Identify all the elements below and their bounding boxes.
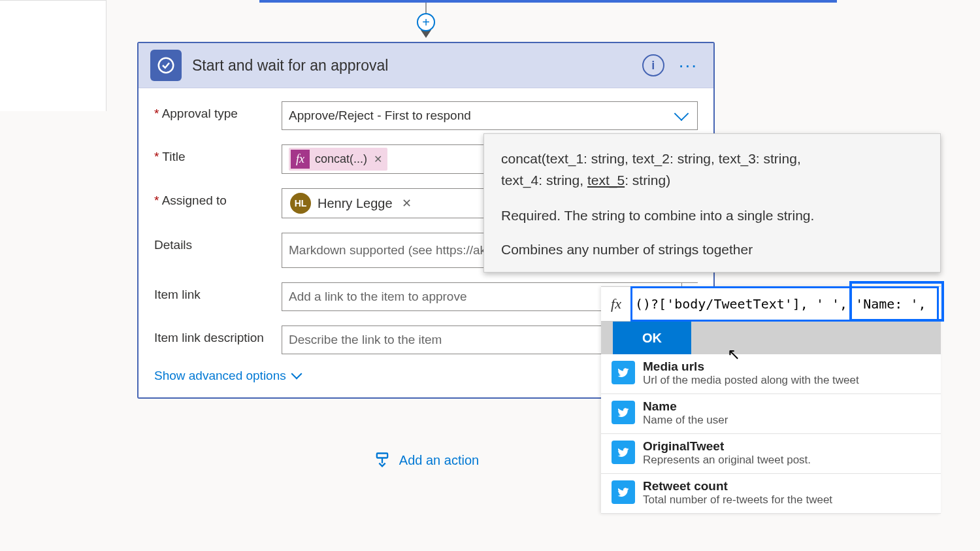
card-header[interactable]: Start and wait for an approval i ···: [139, 43, 713, 88]
assigned-to-label: Assigned to: [154, 188, 282, 208]
function-tooltip: concat(text_1: string, text_2: string, t…: [483, 133, 941, 273]
list-item-title: Media urls: [643, 359, 859, 374]
list-item[interactable]: NameName of the user: [601, 394, 941, 434]
details-label: Details: [154, 233, 282, 252]
insert-step-button[interactable]: +: [417, 13, 435, 31]
list-item[interactable]: Retweet countTotal number of re-tweets f…: [601, 474, 941, 514]
flow-connector: +: [122, 3, 730, 42]
assigned-user-chip: HL Henry Legge ✕: [289, 192, 419, 215]
tooltip-sig-line2a: text_4: string,: [501, 173, 587, 188]
ok-row: OK: [601, 322, 941, 354]
approval-type-label: Approval type: [154, 101, 282, 121]
tooltip-active-param: text_5: [587, 173, 625, 188]
approval-icon: [150, 50, 182, 81]
assigned-user-name: Henry Legge: [318, 196, 393, 211]
expression-input[interactable]: [631, 287, 938, 321]
approval-type-select[interactable]: Approve/Reject - First to respond: [282, 101, 698, 130]
tooltip-sig-line1: concat(text_1: string, text_2: string, t…: [501, 151, 801, 166]
info-icon[interactable]: i: [642, 54, 664, 76]
approval-type-value: Approve/Reject - First to respond: [289, 109, 471, 123]
list-item-desc: Name of the user: [643, 414, 728, 427]
tooltip-desc: Combines any number of strings together: [501, 242, 923, 258]
remove-user-icon[interactable]: ✕: [399, 196, 414, 210]
card-menu-button[interactable]: ···: [675, 55, 702, 76]
list-item-title: Retweet count: [643, 479, 832, 493]
list-item-desc: Total number of re-tweets for the tweet: [643, 493, 832, 507]
list-item-title: Name: [643, 399, 728, 414]
svg-rect-1: [377, 454, 387, 458]
list-item-title: OriginalTweet: [643, 439, 811, 454]
remove-chip-icon[interactable]: ✕: [372, 153, 384, 165]
twitter-icon: [612, 401, 635, 424]
details-placeholder: Markdown supported (see https://aka.: [289, 243, 497, 258]
item-link-placeholder: Add a link to the item to approve: [289, 290, 467, 304]
title-label: Title: [154, 144, 282, 164]
tooltip-sig-line2c: : string): [625, 173, 670, 188]
ok-button[interactable]: OK: [613, 322, 691, 354]
left-panel-edge: [0, 0, 106, 111]
twitter-icon: [612, 441, 635, 464]
list-item-desc: Url of the media posted along with the t…: [643, 374, 859, 387]
list-item-desc: Represents an original tweet post.: [643, 454, 811, 467]
expression-input-row: fx: [601, 286, 941, 322]
expression-chip-label: concat(...): [315, 152, 367, 166]
svg-point-0: [159, 58, 174, 73]
add-action-icon: [373, 451, 391, 469]
list-item[interactable]: Media urlsUrl of the media posted along …: [601, 354, 941, 394]
expression-panel: fx OK Media urlsUrl of the media posted …: [601, 286, 941, 514]
show-advanced-label: Show advanced options: [154, 369, 286, 383]
show-advanced-toggle[interactable]: Show advanced options: [154, 369, 301, 383]
tooltip-required: Required. The string to combine into a s…: [501, 208, 923, 224]
dynamic-content-list: Media urlsUrl of the media posted along …: [601, 354, 941, 514]
add-action-label: Add an action: [399, 453, 479, 468]
fx-icon: fx: [291, 150, 310, 169]
item-link-label: Item link: [154, 282, 282, 302]
avatar: HL: [290, 193, 311, 214]
fx-label-icon: fx: [601, 295, 631, 312]
item-link-desc-label: Item link description: [154, 326, 282, 345]
expression-chip[interactable]: fx concat(...) ✕: [289, 148, 387, 171]
item-link-desc-placeholder: Describe the link to the item: [289, 333, 442, 347]
twitter-icon: [612, 480, 635, 504]
chevron-down-icon: [291, 369, 302, 380]
twitter-icon: [612, 361, 635, 384]
list-item[interactable]: OriginalTweetRepresents an original twee…: [601, 434, 941, 474]
card-title: Start and wait for an approval: [192, 57, 632, 75]
